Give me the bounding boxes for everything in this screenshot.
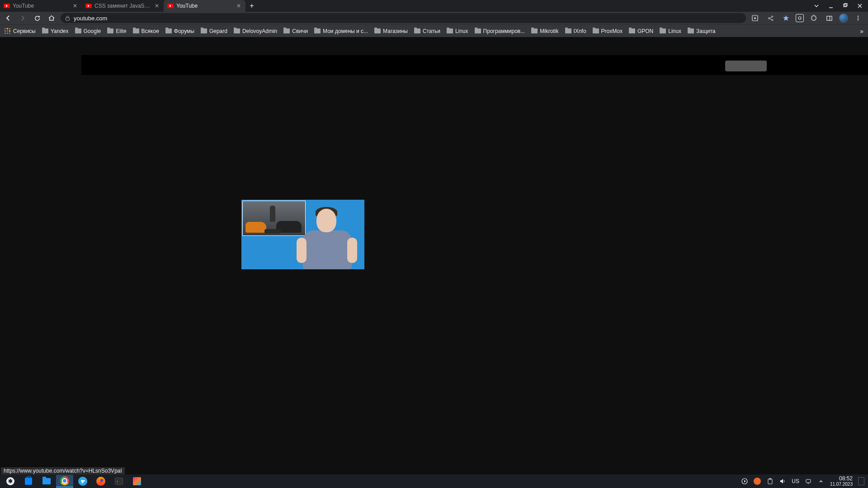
browser-toolbar: youtube.com <box>0 12 868 24</box>
thumbnail-inset-image <box>242 201 306 236</box>
bookmark-folder[interactable]: Gepard <box>201 28 227 34</box>
close-icon[interactable] <box>856 2 863 9</box>
car-icon <box>245 222 266 233</box>
bookmark-folder[interactable]: Программиров... <box>475 28 525 34</box>
svg-point-10 <box>858 18 859 19</box>
youtube-favicon-icon <box>4 4 10 8</box>
side-panel-icon[interactable] <box>824 13 835 23</box>
tab-close-icon[interactable]: ✕ <box>72 3 78 9</box>
home-icon[interactable] <box>46 13 57 23</box>
taskbar-app-files[interactable] <box>38 475 55 488</box>
bookmark-label: Mikrotik <box>540 28 558 34</box>
shopping-bag-icon <box>25 478 32 485</box>
taskbar-app-jetbrains[interactable] <box>128 475 146 488</box>
share-icon[interactable] <box>765 13 776 23</box>
keyboard-layout[interactable]: US <box>792 478 799 484</box>
folder-icon <box>234 28 240 33</box>
clipboard-icon[interactable] <box>766 478 774 485</box>
minimize-icon[interactable] <box>827 2 835 9</box>
tray-app-icon[interactable] <box>754 478 761 485</box>
bookmark-folder[interactable]: Форумы <box>165 28 194 34</box>
browser-tab[interactable]: YouTube ✕ <box>0 0 82 12</box>
bookmark-star-icon[interactable] <box>780 13 791 23</box>
taskbar-app-store[interactable] <box>20 475 37 488</box>
taskbar-app-terminal[interactable]: › <box>110 475 127 488</box>
tray-expand-icon[interactable] <box>817 478 825 485</box>
install-app-icon[interactable] <box>750 13 760 23</box>
bookmark-folder[interactable]: Linux <box>447 28 468 34</box>
show-desktop-button[interactable] <box>858 477 864 485</box>
clock[interactable]: 08:52 11.07.2023 <box>830 476 853 487</box>
volume-icon[interactable] <box>779 478 786 485</box>
forward-icon[interactable] <box>17 13 28 23</box>
bookmark-label: Форумы <box>174 28 194 34</box>
back-icon[interactable] <box>3 13 14 23</box>
folder-icon <box>314 28 321 33</box>
bookmark-label: Google <box>84 28 101 34</box>
tab-close-icon[interactable]: ✕ <box>154 3 160 9</box>
svg-point-11 <box>858 19 859 20</box>
bookmark-label: GPON <box>637 28 653 34</box>
address-bar[interactable]: youtube.com <box>61 13 746 23</box>
bookmark-label: Мои домены и с... <box>323 28 368 34</box>
kebab-menu-icon[interactable] <box>853 13 863 23</box>
tab-title: YouTube <box>13 3 69 9</box>
bookmark-label: Защита <box>696 28 716 34</box>
video-thumbnail[interactable] <box>241 200 364 269</box>
status-bar-link: https://www.youtube.com/watch?v=HLsnSo3V… <box>1 467 125 474</box>
media-indicator-icon[interactable] <box>741 478 748 485</box>
bookmark-folder[interactable]: Свичи <box>283 28 308 34</box>
bookmark-folder[interactable]: Статьи <box>414 28 440 34</box>
new-tab-button[interactable]: + <box>245 0 258 12</box>
browser-tab[interactable]: CSS заменит JavaScript? WTF ✕ <box>82 0 164 12</box>
chevron-down-icon[interactable] <box>813 2 820 9</box>
folder-icon <box>42 478 51 484</box>
bookmark-folder[interactable]: Мои домены и с... <box>314 28 368 34</box>
bookmark-folder[interactable]: Linux <box>660 28 681 34</box>
maximize-icon[interactable] <box>842 2 849 9</box>
bookmark-folder[interactable]: Yandex <box>42 28 69 34</box>
svg-rect-15 <box>806 479 811 483</box>
presenter-figure <box>297 206 356 269</box>
page-content <box>0 37 868 474</box>
svg-point-9 <box>858 16 859 17</box>
taskbar-app-chrome[interactable] <box>56 475 73 488</box>
folder-icon <box>660 28 666 33</box>
window-controls <box>813 2 868 9</box>
bookmarks-overflow-icon[interactable]: » <box>860 28 863 35</box>
apps-shortcut[interactable]: Сервисы <box>5 28 36 34</box>
reload-icon[interactable] <box>32 13 42 23</box>
youtube-favicon-icon <box>85 4 92 8</box>
bookmark-label: Программиров... <box>483 28 525 34</box>
taskbar-app-firefox[interactable] <box>92 475 109 488</box>
bookmark-folder[interactable]: ProxMox <box>593 28 623 34</box>
profile-avatar[interactable] <box>839 14 848 23</box>
bookmark-folder[interactable]: Защита <box>688 28 716 34</box>
svg-point-4 <box>771 16 773 17</box>
bookmark-label: Linux <box>668 28 681 34</box>
bookmark-folder[interactable]: Google <box>75 28 101 34</box>
app-launcher-button[interactable]: ✱ <box>2 475 19 488</box>
svg-rect-2 <box>66 18 70 20</box>
kde-logo-icon: ✱ <box>6 477 14 485</box>
bookmark-folder[interactable]: GPON <box>629 28 653 34</box>
bookmark-folder[interactable]: DelovoyAdmin <box>234 28 277 34</box>
bookmark-label: Свичи <box>292 28 308 34</box>
bookmark-folder[interactable]: IXnfo <box>565 28 586 34</box>
svg-rect-8 <box>826 16 831 20</box>
tab-close-icon[interactable]: ✕ <box>236 3 242 9</box>
folder-icon <box>374 28 381 33</box>
bookmark-folder[interactable]: Elite <box>107 28 126 34</box>
folder-icon <box>688 28 694 33</box>
svg-point-7 <box>798 17 801 19</box>
browser-tab-active[interactable]: YouTube ✕ <box>164 0 245 12</box>
bookmark-folder[interactable]: Магазины <box>374 28 408 34</box>
bookmark-label: Yandex <box>51 28 69 34</box>
bookmark-folder[interactable]: Всякое <box>133 28 159 34</box>
extensions-puzzle-icon[interactable] <box>808 13 819 23</box>
taskbar-app-telegram[interactable] <box>74 475 91 488</box>
bookmark-folder[interactable]: Mikrotik <box>531 28 558 34</box>
extension-icon[interactable] <box>796 14 804 22</box>
bookmark-label: Gepard <box>209 28 227 34</box>
network-icon[interactable] <box>805 478 812 485</box>
